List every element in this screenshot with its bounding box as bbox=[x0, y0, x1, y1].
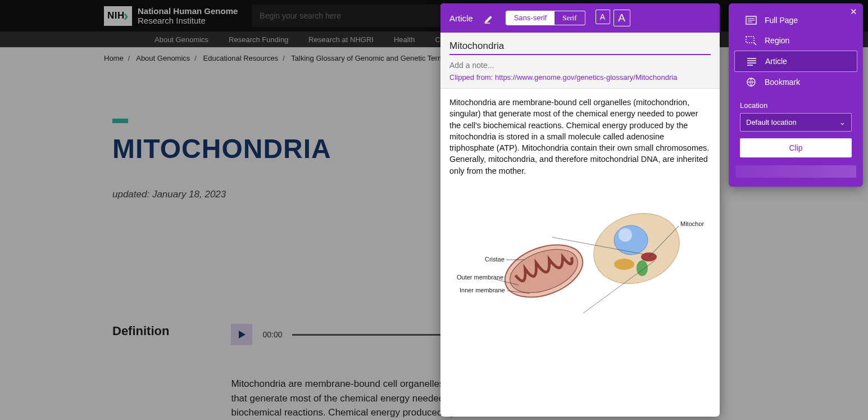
clip-note-input[interactable] bbox=[449, 55, 711, 73]
font-size-group: A A bbox=[596, 10, 630, 26]
region-icon bbox=[746, 36, 757, 45]
clip-article-body: Mitochondria are membrane-bound cell org… bbox=[440, 89, 720, 329]
figure-label-outer: Outer membrane bbox=[457, 274, 503, 281]
close-button[interactable]: ✕ bbox=[850, 7, 857, 17]
clip-title-input[interactable] bbox=[449, 38, 711, 55]
font-sans-button[interactable]: Sans-serif bbox=[506, 11, 555, 25]
mode-label: Article bbox=[765, 57, 787, 66]
location-label: Location bbox=[729, 92, 863, 113]
clip-toolbar: Article Sans-serif Serif A A bbox=[440, 3, 720, 33]
font-toggle: Sans-serif Serif bbox=[506, 11, 585, 25]
mode-label: Bookmark bbox=[765, 78, 800, 87]
svg-point-6 bbox=[637, 260, 648, 276]
svg-rect-1 bbox=[484, 22, 489, 24]
article-icon bbox=[746, 57, 757, 66]
location-value: Default location bbox=[746, 118, 797, 127]
svg-rect-20 bbox=[746, 37, 754, 43]
svg-point-3 bbox=[614, 225, 648, 255]
mode-label: Region bbox=[765, 36, 789, 45]
clip-meta: Clipped from: https://www.genome.gov/gen… bbox=[440, 33, 720, 89]
font-size-small-button[interactable]: A bbox=[596, 10, 610, 24]
clip-sidebar-panel: ✕ Full Page Region Article Bookmark Loca… bbox=[729, 3, 863, 187]
mode-label: Full Page bbox=[765, 16, 798, 25]
clip-button[interactable]: Clip bbox=[740, 138, 852, 157]
mode-full-page[interactable]: Full Page bbox=[734, 10, 857, 30]
svg-point-7 bbox=[614, 259, 634, 270]
bookmark-icon bbox=[746, 78, 757, 87]
clip-preview-panel: Article Sans-serif Serif A A Clipped fro… bbox=[440, 3, 720, 417]
mode-bookmark[interactable]: Bookmark bbox=[734, 72, 857, 92]
mitochondria-figure: Mitochondria Cristae Outer membrane Inne… bbox=[449, 187, 711, 322]
font-size-large-button[interactable]: A bbox=[613, 10, 630, 26]
svg-point-4 bbox=[619, 228, 632, 242]
mode-article[interactable]: Article bbox=[734, 51, 857, 72]
clip-body-text: Mitochondria are membrane-bound cell org… bbox=[449, 97, 711, 177]
mode-region[interactable]: Region bbox=[734, 30, 857, 51]
sidebar-footer bbox=[735, 165, 856, 178]
figure-label-mito: Mitochondria bbox=[680, 220, 704, 227]
toolbar-article-label: Article bbox=[449, 13, 473, 23]
highlighter-tool[interactable] bbox=[483, 12, 496, 24]
location-select[interactable]: Default location ⌄ bbox=[740, 113, 852, 132]
figure-label-inner: Inner membrane bbox=[460, 287, 505, 293]
font-serif-button[interactable]: Serif bbox=[555, 11, 584, 25]
clip-source: Clipped from: https://www.genome.gov/gen… bbox=[449, 73, 711, 82]
figure-label-cristae: Cristae bbox=[485, 256, 505, 263]
chevron-down-icon: ⌄ bbox=[839, 118, 846, 127]
full-page-icon bbox=[746, 16, 757, 25]
highlighter-icon bbox=[483, 12, 496, 24]
